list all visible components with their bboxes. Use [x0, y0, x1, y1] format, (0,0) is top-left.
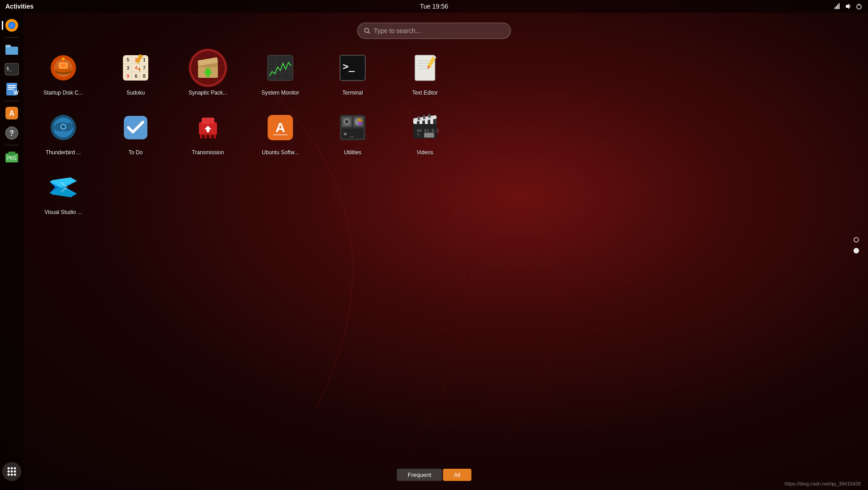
svg-point-35: [365, 29, 369, 33]
svg-rect-96: [202, 118, 214, 124]
app-startup-disk[interactable]: Startup Disk C...: [36, 50, 90, 96]
svg-point-31: [14, 471, 16, 473]
text-editor-icon: [410, 53, 439, 82]
svg-line-36: [368, 32, 370, 34]
svg-rect-115: [433, 119, 437, 124]
bottom-bar: Frequent All: [397, 469, 472, 481]
thunderbird-icon: [49, 113, 78, 142]
dock-item-writer[interactable]: W: [3, 80, 21, 98]
thunderbird-label: Thunderbird ...: [46, 149, 81, 156]
app-grid: Startup Disk C... 5 2 1 3 4 7 9 6: [36, 50, 850, 229]
svg-point-89: [61, 125, 65, 128]
network-icon[interactable]: [834, 3, 841, 10]
text-editor-label: Text Editor: [412, 90, 438, 96]
svg-text:4: 4: [135, 65, 138, 71]
app-vscode[interactable]: Visual Studio ...: [36, 169, 90, 215]
svg-rect-15: [8, 85, 16, 86]
dock-item-files[interactable]: [3, 40, 21, 58]
activities-button[interactable]: Activities: [5, 3, 33, 10]
svg-text:5: 5: [127, 57, 129, 62]
svg-text:T: ████: T: ████: [417, 133, 434, 138]
svg-text:?: ?: [9, 129, 14, 137]
svg-rect-94: [209, 134, 212, 138]
synaptic-icon-wrapper: [190, 50, 226, 86]
topbar: Activities Tue 19:56: [0, 0, 868, 13]
svg-text:W: W: [14, 90, 19, 96]
app-videos[interactable]: 04 01 B-2 T: ████ Videos: [398, 109, 452, 156]
vscode-label: Visual Studio ...: [44, 209, 82, 215]
svg-point-32: [8, 474, 10, 476]
ubuntu-software-icon: A: [266, 113, 295, 142]
svg-rect-17: [8, 89, 14, 90]
svg-rect-93: [204, 134, 207, 138]
svg-rect-3: [839, 3, 840, 9]
svg-point-9: [9, 23, 14, 28]
svg-rect-1: [836, 6, 837, 9]
frequent-button[interactable]: Frequent: [397, 469, 442, 481]
search-bar: [357, 23, 511, 39]
clock: Tue 19:56: [420, 3, 448, 10]
dock-item-software[interactable]: PKG: [3, 148, 21, 166]
svg-marker-4: [846, 4, 849, 9]
svg-rect-92: [200, 134, 203, 138]
todo-icon: [121, 113, 150, 142]
page-dot-1[interactable]: [854, 237, 859, 243]
app-sudoku[interactable]: 5 2 1 3 4 7 9 6 8 Sudoku: [108, 50, 163, 96]
startup-disk-icon: [49, 53, 78, 82]
utilities-icon: > _: [338, 113, 367, 142]
app-transmission[interactable]: Transmission: [181, 109, 235, 156]
svg-rect-2: [837, 5, 838, 9]
svg-rect-24: [8, 152, 15, 155]
synaptic-icon: [193, 53, 222, 82]
svg-point-30: [11, 471, 13, 473]
utilities-icon-wrapper: > _: [335, 109, 371, 146]
app-terminal[interactable]: >_ Terminal: [326, 50, 380, 96]
terminal-label: Terminal: [342, 90, 363, 96]
dock-item-help[interactable]: ?: [3, 124, 21, 142]
svg-point-34: [14, 474, 16, 476]
svg-rect-98: [207, 129, 209, 132]
app-row-1: Startup Disk C... 5 2 1 3 4 7 9 6: [36, 50, 850, 96]
vscode-icon-wrapper: [45, 169, 81, 205]
svg-text:04 01 B-2: 04 01 B-2: [417, 128, 439, 133]
svg-rect-42: [61, 64, 66, 67]
app-thunderbird[interactable]: Thunderbird ...: [36, 109, 90, 156]
search-input[interactable]: [374, 27, 500, 34]
power-icon[interactable]: [855, 3, 863, 10]
svg-text:>_: >_: [343, 61, 355, 72]
svg-point-27: [11, 467, 13, 470]
ubuntu-software-icon-wrapper: A: [262, 109, 298, 146]
svg-rect-11: [5, 45, 11, 48]
app-row-2: Thunderbird ... To Do: [36, 109, 850, 156]
page-dot-2[interactable]: [854, 248, 859, 253]
svg-rect-0: [835, 7, 835, 9]
transmission-label: Transmission: [192, 149, 224, 156]
startup-disk-label: Startup Disk C...: [43, 90, 83, 96]
volume-icon[interactable]: [844, 3, 852, 10]
transmission-icon: [193, 113, 222, 142]
dock-item-firefox[interactable]: [3, 16, 21, 34]
videos-label: Videos: [417, 149, 433, 156]
app-ubuntu-software[interactable]: A Ubuntu Softw...: [253, 109, 307, 156]
synaptic-label: Synaptic Pack...: [189, 90, 227, 96]
show-apps-button[interactable]: [2, 462, 21, 481]
svg-text:3: 3: [127, 65, 129, 71]
dock-item-terminal[interactable]: $_: [3, 60, 21, 78]
svg-text:9: 9: [127, 73, 129, 79]
topbar-right-icons: [834, 3, 863, 10]
sudoku-label: Sudoku: [127, 90, 145, 96]
dock-item-appstore[interactable]: A: [3, 104, 21, 122]
app-synaptic[interactable]: Synaptic Pack...: [181, 50, 235, 96]
system-monitor-icon: [266, 53, 295, 82]
svg-text:6: 6: [135, 73, 137, 79]
app-text-editor[interactable]: Text Editor: [398, 50, 452, 96]
videos-icon: 04 01 B-2 T: ████: [410, 113, 439, 142]
app-utilities[interactable]: > _ Utilities: [326, 109, 380, 156]
svg-point-26: [8, 467, 10, 470]
app-system-monitor[interactable]: System Monitor: [253, 50, 307, 96]
vscode-icon: [49, 173, 78, 202]
svg-rect-95: [213, 134, 216, 138]
app-todo[interactable]: To Do: [108, 109, 163, 156]
svg-text:7: 7: [143, 65, 146, 71]
all-button[interactable]: All: [443, 469, 471, 481]
